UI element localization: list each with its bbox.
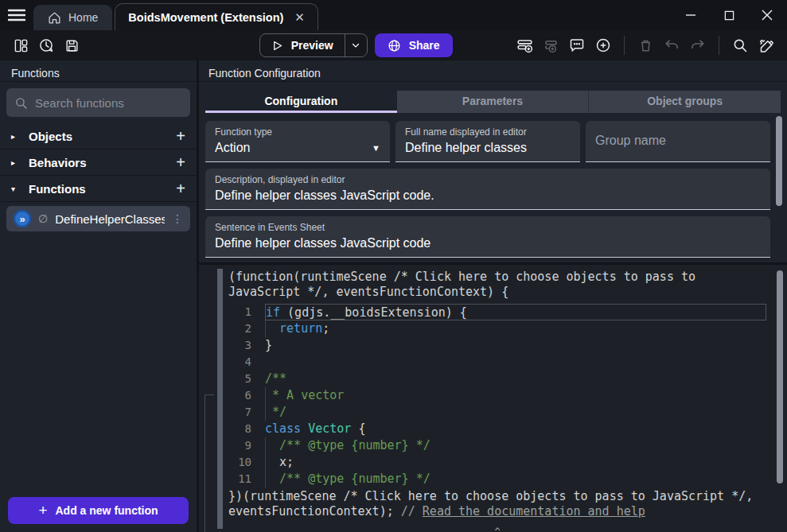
line-number: 9 xyxy=(228,437,265,454)
add-function-quick-button[interactable]: + xyxy=(176,181,185,196)
section-label: Functions xyxy=(29,182,168,196)
code-line[interactable]: 7 */ xyxy=(228,404,766,421)
code-scrollbar[interactable] xyxy=(777,270,783,483)
window-close-button[interactable] xyxy=(760,8,774,22)
add-comment-icon[interactable] xyxy=(566,34,588,56)
add-event-icon[interactable] xyxy=(513,34,536,56)
tab-object-groups[interactable]: Object groups xyxy=(588,91,781,113)
code-text[interactable] xyxy=(265,354,766,371)
preview-options-button[interactable] xyxy=(345,34,367,56)
add-new-function-button[interactable]: + Add a new function xyxy=(8,497,189,524)
indent-guide xyxy=(265,454,266,471)
code-text[interactable]: return; xyxy=(265,320,766,337)
line-number: 8 xyxy=(228,421,265,437)
home-icon xyxy=(48,11,61,25)
function-type-label: Function type xyxy=(215,126,380,138)
function-icon: » xyxy=(14,210,31,227)
window-controls xyxy=(684,0,774,30)
add-object-button[interactable]: + xyxy=(176,128,185,144)
javascript-event: (function(runtimeScene /* Click here to … xyxy=(199,265,787,532)
code-text[interactable]: */ xyxy=(265,404,766,421)
choose-event-icon[interactable] xyxy=(592,34,614,56)
section-label: Behaviors xyxy=(29,156,168,169)
sidebar-section-objects[interactable]: ▸ Objects + xyxy=(0,123,197,150)
tab-configuration[interactable]: Configuration xyxy=(205,91,397,113)
event-drag-handle[interactable] xyxy=(217,269,223,529)
code-line[interactable]: 8class Vector { xyxy=(228,421,766,437)
collapse-caret-icon[interactable]: ^ xyxy=(228,526,766,532)
main-menu-button[interactable] xyxy=(0,0,33,30)
edit-extension-icon[interactable] xyxy=(755,34,777,56)
code-text[interactable]: /** @type {number} */ xyxy=(265,471,766,487)
tab-home-label: Home xyxy=(68,11,98,24)
add-sub-event-icon[interactable] xyxy=(540,34,562,56)
tab-close-icon[interactable]: ✕ xyxy=(294,10,305,25)
js-wrapper-footer[interactable]: })(runtimeScene /* Click here to choose … xyxy=(228,489,766,519)
function-type-select[interactable]: Function type Action ▼ xyxy=(205,121,390,162)
code-text[interactable]: /** @type {number} */ xyxy=(265,437,766,454)
sidebar-section-behaviors[interactable]: ▸ Behaviors + xyxy=(0,150,197,176)
toolbar-right-icons xyxy=(513,34,777,56)
group-name-field[interactable] xyxy=(586,121,770,162)
description-field[interactable]: Description, displayed in editor Define … xyxy=(205,169,770,210)
search-functions-box[interactable] xyxy=(6,88,190,117)
preview-button[interactable]: Preview xyxy=(259,33,368,57)
chevron-right-icon: ▸ xyxy=(11,158,21,167)
line-number: 5 xyxy=(228,371,265,387)
code-line[interactable]: 10 x; xyxy=(228,454,766,471)
code-line[interactable]: 1if (gdjs.__boidsExtension) { xyxy=(228,304,766,320)
functions-panel-title: Functions xyxy=(0,60,197,82)
code-text[interactable]: } xyxy=(265,337,766,354)
function-item-label: DefineHelperClasses xyxy=(55,212,165,226)
documentation-link[interactable]: Read the documentation and help xyxy=(423,504,645,518)
tab-home[interactable]: Home xyxy=(33,5,112,30)
preview-button-main[interactable]: Preview xyxy=(260,34,345,56)
line-number: 2 xyxy=(228,320,265,337)
delete-icon[interactable] xyxy=(634,34,656,56)
code-text[interactable]: /** xyxy=(265,371,766,387)
add-behavior-button[interactable]: + xyxy=(176,154,185,170)
editors-layout-icon[interactable] xyxy=(10,34,32,56)
sentence-field[interactable]: Sentence in Events Sheet Define helper c… xyxy=(205,216,770,258)
code-text[interactable]: x; xyxy=(265,454,766,471)
private-icon: ∅ xyxy=(38,212,48,225)
redo-icon[interactable] xyxy=(687,34,709,56)
config-scrollbar[interactable] xyxy=(776,116,782,206)
js-wrapper-header[interactable]: (function(runtimeScene /* Click here to … xyxy=(228,270,766,300)
line-number: 7 xyxy=(228,404,265,421)
sidebar-section-functions[interactable]: ▾ Functions + xyxy=(0,176,197,202)
share-button[interactable]: Share xyxy=(375,33,453,57)
indent-guide xyxy=(265,437,266,454)
line-number: 1 xyxy=(228,304,265,320)
code-text[interactable]: class Vector { xyxy=(265,421,766,437)
chevron-right-icon: ▸ xyxy=(11,132,21,141)
tab-project[interactable]: BoidsMovement (Extension) ✕ xyxy=(115,3,318,30)
code-text[interactable]: * A vector xyxy=(265,387,766,404)
code-line[interactable]: 9 /** @type {number} */ xyxy=(228,437,766,454)
code-line[interactable]: 5/** xyxy=(228,371,766,387)
kebab-menu-icon[interactable]: ⋮ xyxy=(172,212,183,225)
full-name-field[interactable]: Full name displayed in editor Define hel… xyxy=(395,121,580,162)
window-maximize-button[interactable] xyxy=(722,8,736,22)
code-editor[interactable]: (function(runtimeScene /* Click here to … xyxy=(227,265,787,532)
search-functions-input[interactable] xyxy=(35,96,182,110)
code-text[interactable]: if (gdjs.__boidsExtension) { xyxy=(265,304,766,320)
code-line[interactable]: 11 /** @type {number} */ xyxy=(228,471,766,487)
line-number: 10 xyxy=(228,454,265,471)
search-icon[interactable] xyxy=(729,34,751,56)
code-line[interactable]: 6 * A vector xyxy=(228,387,766,404)
window-minimize-button[interactable] xyxy=(684,8,698,22)
indent-guide xyxy=(265,471,266,487)
code-line[interactable]: 3} xyxy=(228,337,766,354)
save-icon[interactable] xyxy=(60,34,83,56)
chevron-down-icon: ▾ xyxy=(11,184,21,193)
history-icon[interactable] xyxy=(35,34,57,56)
toolbar-left-icons xyxy=(10,34,83,56)
tab-parameters[interactable]: Parameters xyxy=(397,91,589,113)
toolbar: Preview Share xyxy=(0,30,787,60)
code-line[interactable]: 4 xyxy=(228,354,766,371)
function-item-definehelperclasses[interactable]: » ∅ DefineHelperClasses ⋮ xyxy=(6,206,190,231)
undo-icon[interactable] xyxy=(660,34,683,56)
code-line[interactable]: 2 return; xyxy=(228,320,766,337)
group-name-input[interactable] xyxy=(595,134,761,148)
